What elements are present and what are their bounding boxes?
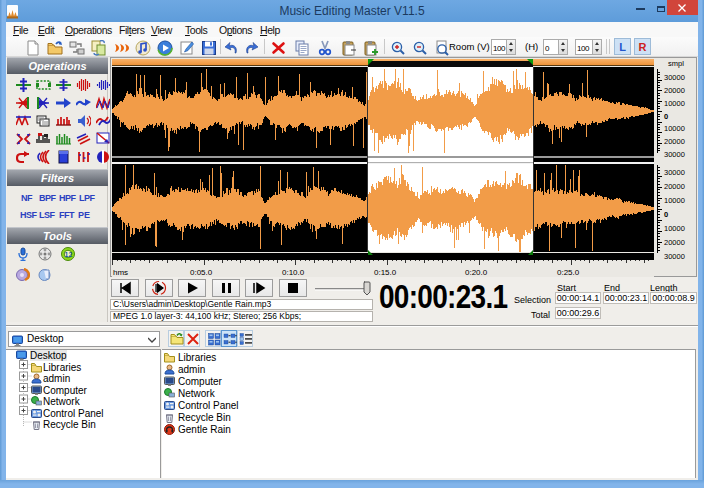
- svg-text:12: 12: [65, 251, 73, 258]
